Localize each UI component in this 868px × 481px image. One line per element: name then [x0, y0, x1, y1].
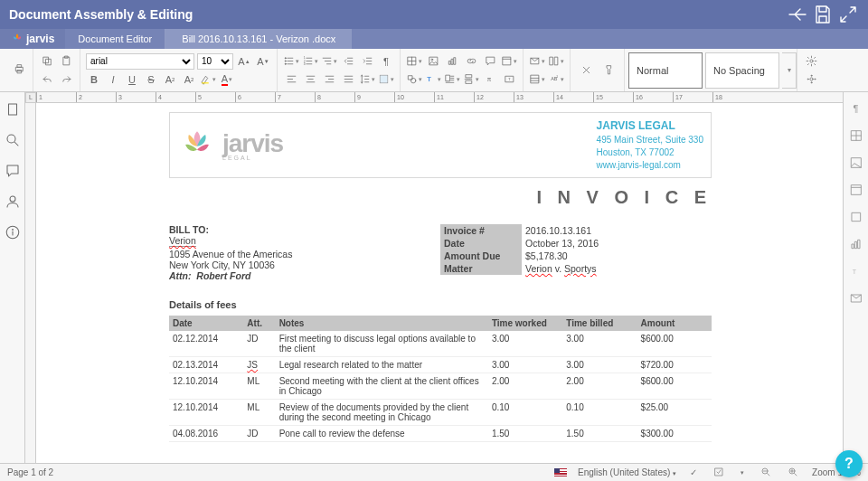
paragraph-shading-icon[interactable]: ▾ [378, 71, 394, 88]
insert-image-icon[interactable] [425, 53, 441, 70]
svg-rect-0 [15, 67, 23, 71]
italic-icon[interactable]: I [105, 71, 121, 88]
decrease-font-icon[interactable]: A▼ [255, 53, 271, 70]
underline-icon[interactable]: U [124, 71, 140, 88]
align-right-icon[interactable] [321, 71, 337, 88]
image-panel-icon[interactable] [849, 156, 863, 170]
textart-panel-icon[interactable]: T [849, 264, 863, 278]
page-indicator[interactable]: Page 1 of 2 [7, 467, 53, 477]
comments-icon[interactable] [5, 163, 21, 179]
zoom-in-icon[interactable] [785, 467, 801, 479]
insert-textbox-icon[interactable]: T [501, 71, 517, 88]
about-icon[interactable] [803, 71, 819, 88]
ruler-vertical[interactable] [25, 103, 36, 463]
table-panel-icon[interactable] [849, 128, 863, 143]
logo: jarvis LEGAL [177, 125, 283, 165]
increase-font-icon[interactable]: A▲ [236, 53, 252, 70]
paste-icon[interactable] [58, 53, 74, 70]
ruler-horizontal[interactable]: 123456789101112131415161718 [36, 92, 843, 103]
svg-rect-102 [715, 468, 722, 476]
superscript-icon[interactable]: A2 [162, 71, 178, 88]
insert-chart-icon[interactable] [444, 53, 460, 70]
header-panel-icon[interactable] [849, 183, 863, 197]
insert-equation-icon[interactable]: π [482, 71, 498, 88]
font-color-icon[interactable]: A▾ [219, 71, 235, 88]
align-left-icon[interactable] [283, 71, 299, 88]
subscript-icon[interactable]: A2 [181, 71, 197, 88]
back-button[interactable] [787, 4, 808, 25]
page[interactable]: jarvis LEGAL JARVIS LEGAL 495 Main Stree… [133, 112, 748, 463]
undo-icon[interactable] [39, 71, 55, 88]
svg-point-10 [285, 61, 286, 61]
insert-table-icon[interactable]: ▾ [406, 53, 422, 70]
insert-header-icon[interactable]: ▾ [501, 53, 517, 70]
flag-icon [554, 468, 567, 476]
language-selector[interactable]: English (United States) ▾ [578, 467, 676, 477]
info-icon[interactable] [5, 224, 21, 240]
invoice-meta: BILL TO: Verion 1095 Avenue of the Ameri… [169, 224, 712, 281]
bullets-icon[interactable]: ▾ [283, 53, 299, 70]
trackchanges-icon[interactable] [711, 467, 727, 479]
mailmerge-icon[interactable]: ▾ [529, 53, 545, 70]
insert-dropcap-icon[interactable]: ▾ [444, 71, 460, 88]
bold-icon[interactable]: B [86, 71, 102, 88]
svg-line-85 [14, 142, 18, 146]
nonprinting-icon[interactable]: ¶ [378, 53, 394, 70]
insert-pagebreak-icon[interactable]: ▾ [463, 71, 479, 88]
collapse-button[interactable] [837, 4, 859, 25]
style-more-icon[interactable]: ▾ [782, 52, 797, 89]
sections-icon[interactable]: ▾ [529, 71, 545, 88]
chart-panel-icon[interactable] [849, 237, 863, 251]
svg-point-84 [7, 135, 15, 143]
svg-rect-2 [17, 71, 21, 73]
copy-icon[interactable] [39, 53, 55, 70]
insert-comment-icon[interactable] [482, 53, 498, 70]
mailmerge-panel-icon[interactable] [849, 291, 863, 306]
align-center-icon[interactable] [302, 71, 318, 88]
spellcheck-icon[interactable]: ✓ [687, 467, 700, 477]
svg-rect-51 [451, 59, 453, 64]
help-bubble[interactable]: ? [835, 450, 863, 477]
redo-icon[interactable] [58, 71, 74, 88]
insert-shape-icon[interactable]: ▾ [406, 71, 422, 88]
copy-style-icon[interactable] [599, 62, 618, 79]
font-family-select[interactable]: arial [86, 53, 194, 70]
strike-icon[interactable]: S [143, 71, 159, 88]
users-icon[interactable] [5, 193, 21, 210]
svg-point-81 [807, 79, 808, 80]
zoom-out-icon[interactable] [758, 467, 774, 479]
style-no-spacing[interactable]: No Spacing [705, 52, 779, 89]
clear-style-icon[interactable] [576, 62, 596, 79]
style-normal[interactable]: Normal [628, 52, 703, 89]
svg-rect-97 [852, 244, 854, 249]
outdent-icon[interactable] [340, 53, 356, 70]
numbering-icon[interactable]: 123▾ [302, 53, 318, 70]
company-url[interactable]: www.jarvis-legal.com [597, 160, 681, 170]
align-justify-icon[interactable] [340, 71, 356, 88]
footnote-icon[interactable]: AB1▾ [548, 71, 564, 88]
file-tab[interactable]: Bill 2016.10.13.161 - Verizon .docx [165, 29, 352, 49]
subbar: jarvis Document Editor Bill 2016.10.13.1… [0, 29, 868, 49]
thumbnails-icon[interactable] [5, 101, 21, 118]
indent-icon[interactable] [359, 53, 375, 70]
settings-icon[interactable] [803, 53, 819, 70]
shape-panel-icon[interactable] [849, 210, 863, 224]
paragraph-panel-icon[interactable]: ¶ [849, 101, 863, 116]
canvas[interactable]: jarvis LEGAL JARVIS LEGAL 495 Main Stree… [38, 105, 843, 463]
doc-editor-tab[interactable]: Document Editor [65, 29, 165, 49]
save-button[interactable] [812, 4, 834, 25]
line-spacing-icon[interactable]: ▾ [359, 71, 375, 88]
font-size-select[interactable]: 10 [197, 53, 233, 70]
statusbar: Page 1 of 2 English (United States) ▾ ✓ … [0, 463, 868, 481]
highlight-icon[interactable]: ▾ [200, 71, 216, 88]
columns-icon[interactable]: ▾ [548, 53, 564, 70]
insert-textart-icon[interactable]: T▾ [425, 71, 441, 88]
insert-link-icon[interactable] [463, 53, 479, 70]
svg-text:T: T [427, 75, 431, 83]
svg-rect-52 [454, 58, 456, 65]
multilevel-icon[interactable]: ▾ [321, 53, 337, 70]
search-icon[interactable] [5, 132, 21, 148]
trackchanges-chev-icon[interactable]: ▾ [738, 469, 747, 476]
print-icon[interactable] [11, 61, 27, 78]
svg-point-8 [285, 58, 286, 59]
